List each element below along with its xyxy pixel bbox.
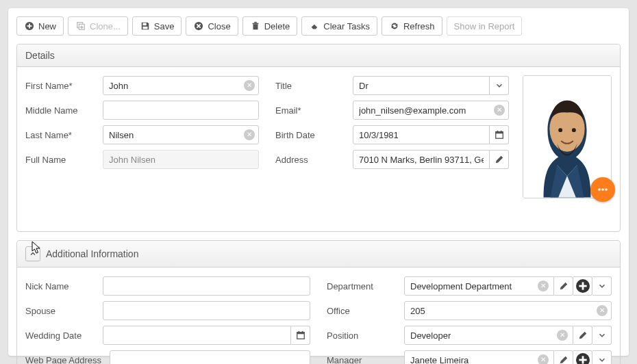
middle-name-label: Middle Name: [25, 105, 97, 116]
full-name-label: Full Name: [25, 155, 97, 165]
clear-office-icon[interactable]: ✕: [597, 305, 608, 316]
spouse-input[interactable]: [103, 301, 310, 320]
clone-icon: [75, 21, 86, 31]
additional-info-panel: Additional Information Nick Name Departm…: [16, 240, 621, 364]
collapse-toggle[interactable]: [25, 246, 40, 261]
svg-rect-2: [27, 25, 32, 27]
additional-info-title: Additional Information: [46, 248, 138, 259]
first-name-input[interactable]: [103, 76, 259, 95]
close-label: Close: [208, 21, 230, 31]
svg-rect-10: [253, 24, 258, 29]
middle-name-input[interactable]: [103, 101, 259, 120]
clear-email-icon[interactable]: ✕: [494, 105, 505, 116]
department-add-icon[interactable]: [573, 276, 592, 296]
new-button[interactable]: New: [16, 16, 64, 36]
toolbar: New Clone... Save Close: [16, 16, 621, 36]
position-label: Position: [327, 330, 399, 341]
chevron-up-icon: [29, 250, 37, 258]
svg-rect-11: [252, 23, 258, 25]
svg-point-21: [598, 188, 601, 191]
close-button[interactable]: Close: [186, 16, 238, 36]
office-label: Office: [327, 306, 399, 316]
position-input[interactable]: [404, 326, 573, 345]
svg-point-22: [601, 188, 604, 191]
save-label: Save: [154, 21, 175, 31]
contact-photo: [523, 75, 612, 198]
title-input[interactable]: [353, 76, 490, 95]
wedding-date-label: Wedding Date: [25, 330, 97, 341]
birth-date-label: Birth Date: [275, 130, 347, 140]
svg-rect-16: [500, 131, 501, 133]
close-circle-icon: [193, 21, 204, 31]
address-label: Address: [275, 155, 347, 165]
svg-rect-28: [298, 331, 299, 333]
svg-rect-12: [254, 22, 257, 23]
manager-input[interactable]: [404, 350, 554, 364]
full-name-input: [103, 150, 259, 169]
wedding-date-input[interactable]: [103, 326, 291, 345]
refresh-button[interactable]: Refresh: [382, 16, 442, 36]
clear-first-name-icon[interactable]: ✕: [244, 80, 255, 91]
clone-button[interactable]: Clone...: [68, 16, 128, 36]
svg-rect-7: [142, 23, 146, 26]
clone-label: Clone...: [90, 21, 121, 31]
photo-actions-button[interactable]: [590, 177, 615, 202]
show-in-report-button[interactable]: Show in Report: [447, 16, 523, 36]
address-edit-icon[interactable]: [490, 150, 509, 169]
position-dropdown-icon[interactable]: [592, 326, 612, 345]
manager-add-icon[interactable]: [573, 350, 592, 364]
svg-rect-14: [495, 132, 503, 134]
title-dropdown-icon[interactable]: [490, 76, 509, 95]
svg-rect-15: [497, 131, 498, 133]
department-input[interactable]: [404, 276, 554, 296]
nick-name-input[interactable]: [103, 276, 310, 296]
additional-info-header[interactable]: Additional Information: [17, 241, 620, 268]
last-name-input[interactable]: [103, 125, 259, 144]
last-name-label: Last Name*: [25, 130, 97, 140]
position-edit-icon[interactable]: [573, 326, 592, 345]
save-icon: [140, 21, 151, 31]
svg-point-23: [605, 188, 608, 191]
details-panel: Details First Name* ✕ Mid: [16, 44, 621, 232]
svg-rect-27: [297, 333, 304, 335]
title-label: Title: [275, 81, 347, 91]
ellipsis-icon: [597, 183, 609, 196]
email-label: Email*: [275, 105, 347, 116]
clear-position-icon[interactable]: ✕: [557, 330, 568, 341]
first-name-label: First Name*: [25, 81, 97, 91]
manager-dropdown-icon[interactable]: [592, 350, 612, 364]
svg-rect-25: [579, 285, 586, 287]
spouse-label: Spouse: [25, 306, 97, 316]
plus-circle-icon: [24, 21, 35, 31]
clear-department-icon[interactable]: ✕: [538, 281, 549, 291]
address-input[interactable]: [353, 150, 490, 169]
refresh-label: Refresh: [403, 21, 435, 31]
svg-point-20: [572, 128, 576, 132]
save-button[interactable]: Save: [132, 16, 182, 36]
department-edit-icon[interactable]: [554, 276, 573, 296]
trash-icon: [250, 21, 261, 31]
clear-tasks-button[interactable]: Clear Tasks: [301, 16, 377, 36]
department-label: Department: [327, 281, 399, 291]
refresh-icon: [389, 21, 400, 31]
show-in-report-label: Show in Report: [454, 21, 515, 31]
manager-edit-icon[interactable]: [554, 350, 573, 364]
delete-button[interactable]: Delete: [242, 16, 298, 36]
new-label: New: [38, 21, 56, 31]
birth-date-calendar-icon[interactable]: [490, 125, 509, 144]
nick-name-label: Nick Name: [25, 281, 97, 291]
office-input[interactable]: [404, 301, 612, 320]
svg-rect-6: [80, 27, 83, 28]
department-dropdown-icon[interactable]: [592, 276, 612, 296]
web-page-label: Web Page Address: [25, 355, 104, 365]
clear-manager-icon[interactable]: ✕: [538, 354, 549, 364]
birth-date-input[interactable]: [353, 125, 490, 144]
email-input[interactable]: [353, 101, 509, 120]
clear-tasks-label: Clear Tasks: [323, 21, 370, 31]
web-page-input[interactable]: [110, 350, 310, 364]
clear-last-name-icon[interactable]: ✕: [244, 129, 255, 140]
delete-label: Delete: [264, 21, 290, 31]
wedding-date-calendar-icon[interactable]: [291, 326, 310, 345]
eraser-icon: [309, 21, 320, 31]
details-panel-header: Details: [17, 44, 620, 67]
